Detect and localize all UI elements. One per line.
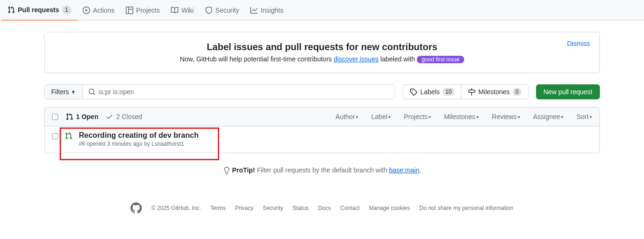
search-input[interactable] — [99, 88, 389, 96]
filter-reviews[interactable]: Reviews▾ — [492, 113, 520, 120]
footer-docs[interactable]: Docs — [318, 205, 330, 211]
footer: © 2025 GitHub, Inc. Terms Privacy Securi… — [0, 193, 644, 228]
milestones-count: 0 — [513, 88, 521, 96]
pr-checkbox[interactable] — [52, 133, 58, 139]
banner-title: Label issues and pull requests for new c… — [56, 42, 588, 52]
tag-icon — [410, 88, 417, 96]
tab-pull-requests-label: Pull requests — [18, 6, 59, 14]
pr-list-item: Recording creating of dev branch #6 open… — [45, 127, 599, 153]
git-pull-request-icon — [8, 6, 15, 14]
tab-insights[interactable]: Insights — [245, 0, 289, 21]
toolbar: Filters ▼ Labels 10 Milestones 0 New pul… — [44, 84, 600, 99]
header-filters: Author▾ Label▾ Projects▾ Milestones▾ Rev… — [336, 113, 592, 120]
tab-wiki[interactable]: Wiki — [165, 0, 199, 21]
book-icon — [171, 7, 178, 14]
banner-text: Now, GitHub will help potential first-ti… — [56, 55, 588, 63]
lightbulb-icon — [223, 167, 230, 174]
search-icon — [88, 88, 96, 96]
tab-projects-label: Projects — [136, 7, 160, 14]
footer-status[interactable]: Status — [292, 205, 308, 211]
repo-nav: Pull requests 1 Actions Projects Wiki Se… — [0, 0, 644, 21]
footer-privacy[interactable]: Privacy — [235, 205, 253, 211]
play-icon — [83, 7, 90, 14]
pr-content: Recording creating of dev branch #6 open… — [79, 131, 199, 147]
labels-count: 10 — [443, 88, 454, 96]
labels-milestones-group: Labels 10 Milestones 0 — [403, 84, 528, 99]
git-pull-request-icon — [66, 113, 73, 120]
check-icon — [106, 113, 113, 120]
milestone-icon — [468, 88, 475, 96]
new-pull-request-button[interactable]: New pull request — [536, 84, 600, 99]
labels-button[interactable]: Labels 10 — [403, 85, 461, 99]
footer-security[interactable]: Security — [263, 205, 283, 211]
github-logo-icon — [130, 202, 142, 214]
protip-link[interactable]: base:main — [389, 166, 420, 174]
graph-icon — [250, 7, 258, 14]
filter-author[interactable]: Author▾ — [336, 113, 358, 120]
main-container: Dismiss Label issues and pull requests f… — [37, 32, 607, 174]
caret-down-icon: ▼ — [71, 90, 76, 95]
filter-assignee[interactable]: Assignee▾ — [533, 113, 564, 120]
pr-list-box: 1 Open 2 Closed Author▾ Label▾ Projects▾… — [44, 107, 600, 153]
tab-actions-label: Actions — [93, 7, 115, 14]
protip: ProTip! Filter pull requests by the defa… — [44, 166, 600, 174]
tab-insights-label: Insights — [261, 7, 283, 14]
milestones-button[interactable]: Milestones 0 — [461, 85, 528, 99]
filters-button[interactable]: Filters ▼ — [45, 85, 83, 99]
discover-issues-link[interactable]: discover issues — [334, 55, 379, 63]
select-all-checkbox[interactable] — [52, 114, 58, 120]
open-state-link[interactable]: 1 Open — [66, 113, 98, 120]
pr-title-link[interactable]: Recording creating of dev branch — [79, 131, 199, 140]
pr-list-header: 1 Open 2 Closed Author▾ Label▾ Projects▾… — [45, 107, 599, 127]
closed-state-link[interactable]: 2 Closed — [106, 113, 142, 120]
filter-label[interactable]: Label▾ — [371, 113, 391, 120]
tab-security[interactable]: Security — [199, 0, 245, 21]
filter-projects[interactable]: Projects▾ — [404, 113, 431, 120]
tab-pull-requests[interactable]: Pull requests 1 — [2, 0, 77, 21]
footer-terms[interactable]: Terms — [210, 205, 226, 211]
footer-dont-share[interactable]: Do not share my personal information — [419, 205, 513, 211]
pull-requests-count: 1 — [62, 6, 71, 14]
filters-search-group: Filters ▼ — [44, 84, 395, 99]
tab-wiki-label: Wiki — [181, 7, 193, 14]
tab-projects[interactable]: Projects — [120, 0, 166, 21]
shield-icon — [205, 7, 213, 14]
filter-milestones[interactable]: Milestones▾ — [444, 113, 479, 120]
good-first-issue-label: good first issue — [417, 56, 464, 63]
footer-cookies[interactable]: Manage cookies — [369, 205, 410, 211]
tab-actions[interactable]: Actions — [77, 0, 120, 21]
pr-row-wrapper: Recording creating of dev branch #6 open… — [45, 127, 599, 153]
footer-copyright: © 2025 GitHub, Inc. — [151, 205, 201, 211]
dismiss-link[interactable]: Dismiss — [567, 40, 590, 47]
pr-meta: #6 opened 3 minutes ago by Lsnaathorst1 — [79, 141, 199, 147]
search-wrapper — [83, 85, 395, 99]
open-pr-icon — [65, 132, 72, 140]
table-icon — [126, 7, 133, 14]
contributor-banner: Dismiss Label issues and pull requests f… — [44, 32, 600, 73]
footer-contact[interactable]: Contact — [340, 205, 360, 211]
tab-security-label: Security — [215, 7, 239, 14]
filter-sort[interactable]: Sort▾ — [576, 113, 592, 120]
